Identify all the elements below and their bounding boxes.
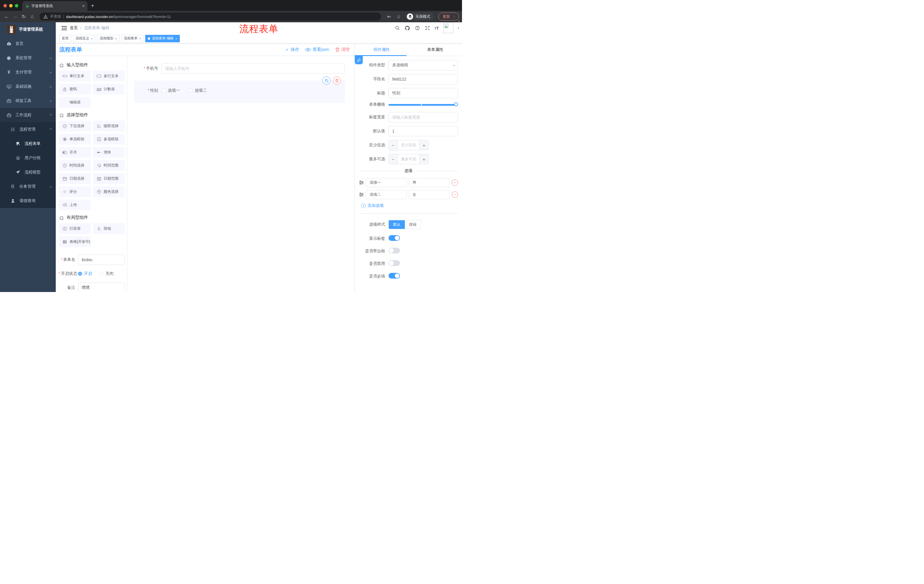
form-canvas[interactable]: 手机号 xyxy=(127,56,355,292)
tab-form-props[interactable]: 表单属性 xyxy=(409,43,462,56)
forward-icon[interactable]: → xyxy=(12,14,19,20)
tab-component-props[interactable]: 组件属性 xyxy=(355,43,409,56)
form-grid-slider[interactable] xyxy=(389,104,456,106)
palette-item-row-container[interactable]: 行容器 xyxy=(59,223,91,234)
slider-handle[interactable] xyxy=(454,102,458,106)
fullscreen-icon[interactable] xyxy=(424,25,430,31)
max-select-stepper[interactable]: − 最多可选 + xyxy=(389,154,429,164)
disabled-toggle[interactable] xyxy=(389,260,400,266)
reload-icon[interactable]: ↻ xyxy=(20,14,28,20)
browser-menu-dots-icon[interactable]: ⋮ xyxy=(452,15,456,19)
remark-textarea[interactable]: 嘿嘿 xyxy=(78,283,125,292)
clear-button[interactable]: 清空 xyxy=(335,47,350,52)
field-name-input[interactable] xyxy=(389,74,458,84)
help-icon[interactable] xyxy=(414,25,420,31)
drag-handle-icon[interactable] xyxy=(359,192,364,197)
plus-button[interactable]: + xyxy=(420,140,428,150)
plus-button[interactable]: + xyxy=(420,154,428,164)
palette-item-single-text[interactable]: 单行文本 xyxy=(59,71,91,81)
sidebar-item-payment[interactable]: ¥ 支付管理 xyxy=(0,65,56,79)
minus-button[interactable]: − xyxy=(389,140,398,150)
border-toggle[interactable] xyxy=(389,248,400,253)
sidebar-item-devtools[interactable]: 研发工具 xyxy=(0,94,56,108)
password-key-icon[interactable] xyxy=(384,14,393,19)
palette-item-radio-group[interactable]: 单选框组 xyxy=(59,134,91,145)
canvas-field-gender-selected[interactable]: 性别 选项一 选项二 xyxy=(134,81,345,103)
tag-close-icon[interactable]: × xyxy=(91,37,92,40)
delete-component-button[interactable] xyxy=(333,77,341,85)
title-input[interactable] xyxy=(389,88,458,98)
default-value-input[interactable] xyxy=(389,126,458,136)
remove-option-button[interactable]: − xyxy=(452,179,458,186)
sidebar-item-process-form[interactable]: 流程表单 xyxy=(0,137,56,151)
tag-close-icon[interactable]: × xyxy=(139,37,141,40)
tag-close-icon[interactable]: × xyxy=(175,37,177,40)
option-label-input[interactable] xyxy=(366,178,407,187)
update-button[interactable]: 更新 ⋮ xyxy=(438,13,459,21)
address-bar[interactable]: 不安全 dashboard.yudao.iocoder.cn/bpm/manag… xyxy=(40,13,381,21)
sidebar-item-user-group[interactable]: 用户分组 xyxy=(0,151,56,165)
sidebar-item-infra[interactable]: 基础设施 xyxy=(0,79,56,94)
tag-close-icon[interactable]: × xyxy=(115,37,117,40)
palette-item-date-pick[interactable]: 日期选择 xyxy=(59,173,91,184)
minimize-window-button[interactable] xyxy=(9,4,13,7)
palette-item-checkbox-group[interactable]: 多选框组 xyxy=(93,134,125,145)
component-type-value[interactable] xyxy=(389,60,458,70)
close-window-button[interactable] xyxy=(3,4,7,7)
gender-option1-checkbox[interactable]: 选项一 xyxy=(162,88,180,93)
max-select-value[interactable]: 最多可选 xyxy=(398,154,420,164)
style-button-button[interactable]: 按钮 xyxy=(405,220,421,229)
tag-process-form[interactable]: 流程表单× xyxy=(121,35,144,42)
new-tab-button[interactable]: + xyxy=(91,3,94,9)
required-toggle[interactable] xyxy=(389,273,400,278)
sidebar-item-process-mgmt[interactable]: 流程管理 xyxy=(0,122,56,137)
form-name-input[interactable] xyxy=(78,255,125,265)
option-label-input[interactable] xyxy=(366,190,407,199)
tag-home[interactable]: 首页 xyxy=(59,35,71,42)
search-icon[interactable] xyxy=(394,25,400,31)
tag-process-model[interactable]: 流程模型× xyxy=(97,35,119,42)
minus-button[interactable]: − xyxy=(389,154,398,164)
collapse-sidebar-icon[interactable] xyxy=(61,26,67,31)
style-default-button[interactable]: 默认 xyxy=(389,220,405,229)
link-icon[interactable] xyxy=(355,56,363,64)
back-icon[interactable]: ← xyxy=(3,14,10,20)
min-select-value[interactable]: 至少应选 xyxy=(398,140,420,150)
save-button[interactable]: ✓ 保存 xyxy=(285,47,299,52)
palette-item-slider[interactable]: 滑块 xyxy=(93,147,125,158)
font-size-icon[interactable]: TT xyxy=(434,26,439,31)
drag-handle-icon[interactable] xyxy=(359,180,364,185)
palette-item-date-range[interactable]: 日期范围 xyxy=(93,173,125,184)
avatar-caret-icon[interactable]: ▾ xyxy=(458,26,459,30)
sidebar-item-home[interactable]: 首页 xyxy=(0,36,56,51)
add-option-button[interactable]: + 添加选项 xyxy=(361,203,458,208)
palette-item-table[interactable]: 表格[开发中] xyxy=(59,236,91,247)
bookmark-star-icon[interactable]: ☆ xyxy=(394,14,403,20)
option-value-input[interactable] xyxy=(409,190,450,199)
home-icon[interactable]: ⌂ xyxy=(29,14,36,20)
phone-input[interactable] xyxy=(162,63,345,74)
palette-item-counter[interactable]: 123 计数器 xyxy=(93,84,125,95)
tag-process-definition[interactable]: 流程定义× xyxy=(73,35,95,42)
canvas-field-phone[interactable]: 手机号 xyxy=(134,63,345,74)
palette-item-time-range[interactable]: 时间范围 xyxy=(93,160,125,171)
sidebar-item-workflow[interactable]: 工作流程 xyxy=(0,108,56,122)
github-icon[interactable] xyxy=(404,25,410,31)
sidebar-item-system[interactable]: 系统管理 xyxy=(0,51,56,65)
browser-tab[interactable]: 芋道管理系统 × xyxy=(22,1,87,11)
palette-item-switch[interactable]: 开关 xyxy=(59,147,91,158)
palette-item-password[interactable]: 密码 xyxy=(59,84,91,95)
palette-item-button[interactable]: 按钮 xyxy=(93,223,125,234)
palette-item-time-pick[interactable]: 时间选择 xyxy=(59,160,91,171)
min-select-stepper[interactable]: − 至少应选 + xyxy=(389,140,429,150)
palette-item-color-pick[interactable]: 颜色选择 xyxy=(93,186,125,197)
copy-component-button[interactable] xyxy=(322,77,330,85)
palette-item-cascader[interactable]: 级联选择 xyxy=(93,120,125,132)
sidebar-item-leave-query[interactable]: 请假查询 xyxy=(0,194,56,208)
gender-option2-checkbox[interactable]: 选项二 xyxy=(188,88,207,93)
avatar[interactable] xyxy=(443,23,454,33)
tab-close-icon[interactable]: × xyxy=(82,4,85,8)
option-value-input[interactable] xyxy=(409,178,450,187)
palette-item-multi-text[interactable]: 多行文本 xyxy=(93,71,125,81)
status-on-radio[interactable]: 开启 xyxy=(78,271,92,276)
